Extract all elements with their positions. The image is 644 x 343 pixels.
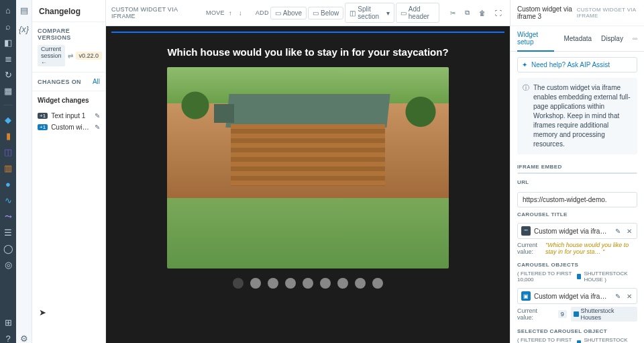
iframe-embed-label: IFRAME EMBED [511,161,644,173]
calendar-icon[interactable]: ▤ [19,5,29,15]
delete-icon[interactable]: 🗑 [476,7,488,19]
selected-object-label: SELECTED CAROUSEL OBJECT [511,326,644,337]
flow-icon[interactable]: ∿ [3,195,13,205]
carousel-dot[interactable] [355,278,366,289]
toolbar-breadcrumb: CUSTOM WIDGET VIA IFRAME [111,6,195,19]
main-area: CUSTOM WIDGET VIA IFRAME MOVE ↑ ↓ ADD ▭ … [106,0,510,343]
cube-icon[interactable]: ◧ [3,38,13,47]
layers-icon[interactable]: ≣ [3,54,13,63]
all-link[interactable]: All [93,78,100,85]
split-section-button[interactable]: ◫ Split section ▾ [345,3,394,23]
edit-icon[interactable]: ✎ [614,228,622,235]
close-icon[interactable]: ✕ [625,228,633,235]
expand-icon[interactable]: ⛶ [492,7,504,19]
robot-icon[interactable]: ⊞ [3,317,13,327]
tab-display[interactable]: Display [601,30,623,47]
edit-icon[interactable]: ✎ [95,112,100,119]
canvas: Which house would you like to stay in fo… [106,26,510,343]
inspector-panel: Custom widget via iframe 3 CUSTOM WIDGET… [510,0,644,343]
toolbar: CUSTOM WIDGET VIA IFRAME MOVE ↑ ↓ ADD ▭ … [106,0,510,26]
carousel-dot[interactable] [337,278,348,289]
search-icon[interactable]: ⌕ [3,21,13,31]
carousel-dot[interactable] [320,278,331,289]
docs-icon[interactable]: ▫▫ [633,35,637,42]
gear-icon[interactable]: ⚙ [19,334,29,343]
change-item[interactable]: +1 Custom widget via if… ✎ [38,124,100,131]
edit-icon[interactable]: ✎ [614,293,622,300]
list-icon[interactable]: ☰ [3,228,13,237]
carousel-title-label: CAROUSEL TITLE [511,209,644,220]
tab-widget-setup[interactable]: Widget setup [517,26,554,52]
changelog-title: Changelog [32,0,105,22]
carousel-dots [233,278,383,289]
chart-icon[interactable]: ▥ [3,163,13,173]
inspector-title: Custom widget via iframe 3 [517,5,577,20]
current-session-tag[interactable]: Current session ← [38,45,65,66]
widget-icon[interactable]: ◆ [3,115,13,124]
block-icon[interactable]: ▮ [3,131,13,140]
carousel-dot[interactable] [268,278,278,289]
move-down-button[interactable]: ↓ [236,7,245,19]
carousel-dot[interactable] [372,278,383,289]
history-icon[interactable]: ↻ [3,70,13,79]
objectset-icon: ▣ [521,291,531,301]
var-icon[interactable]: {x} [19,24,29,34]
cut-icon[interactable]: ✂ [447,7,458,19]
move-up-button[interactable]: ↑ [226,7,235,19]
changelog-panel: Changelog COMPARE VERSIONS Current sessi… [32,0,106,343]
widget-changes-label: Widget changes [38,97,100,104]
home-icon[interactable]: ⌂ [3,5,13,15]
carousel-dot[interactable] [233,278,244,289]
sparkle-icon: ✦ [522,61,527,68]
icon-rail: ⌂ ⌕ ◧ ≣ ↻ ▦ ◆ ▮ ◫ ▥ ● ∿ ⤳ ☰ ◯ ◎ ⊞ ? [0,0,16,343]
url-label: URL [511,174,644,188]
cube2-icon[interactable]: ◫ [3,147,13,156]
apps-icon[interactable]: ▦ [3,86,13,95]
carousel-image[interactable] [167,67,449,268]
carousel-dot[interactable] [285,278,296,289]
compare-versions-label: COMPARE VERSIONS [38,28,100,41]
carousel-dot[interactable] [250,278,261,289]
change-item[interactable]: +1 Text input 1 ✎ [38,112,100,119]
add-above-button[interactable]: ▭ Above [270,7,307,19]
page-rail: ▤ {x} ⚙ [16,0,32,343]
object-type-icon [577,340,581,343]
add-header-button[interactable]: ▭ Add header [396,3,439,23]
carousel-dot[interactable] [303,278,313,289]
carousel-objects-label: CAROUSEL OBJECTS [511,259,644,271]
carousel-title-prop[interactable]: "" Custom widget via iframe 1.undefined … [517,223,637,239]
flow2-icon[interactable]: ⤳ [3,211,13,221]
edit-icon[interactable]: ✎ [95,124,100,131]
object-type-icon [577,274,581,279]
add-below-button[interactable]: ▭ Below [308,7,343,19]
close-icon[interactable]: ✕ [625,293,633,300]
dot-icon[interactable]: ● [3,179,13,189]
url-input[interactable]: https://custom-widget-demo. [517,192,637,207]
canvas-title: Which house would you like to stay in fo… [167,46,448,58]
copy-icon[interactable]: ⧉ [462,7,472,19]
ring-icon[interactable]: ◯ [3,244,13,253]
help-icon[interactable]: ? [3,334,13,343]
text-icon: "" [521,226,531,236]
ring2-icon[interactable]: ◎ [3,260,13,269]
changes-on-label: CHANGES ON [38,79,81,85]
carousel-objects-prop[interactable]: ▣ Custom widget via iframe 1.undefined1 … [517,288,637,304]
aip-assist-link[interactable]: ✦ Need help? Ask AIP Assist [517,57,637,72]
inspector-breadcrumb: CUSTOM WIDGET VIA IFRAME [577,7,637,19]
info-icon: ⓘ [523,83,529,149]
info-box: ⓘ The custom widget via iframe enables e… [517,78,637,154]
tab-metadata[interactable]: Metadata [564,30,592,47]
version-tag[interactable]: v0.22.0 [76,52,103,60]
